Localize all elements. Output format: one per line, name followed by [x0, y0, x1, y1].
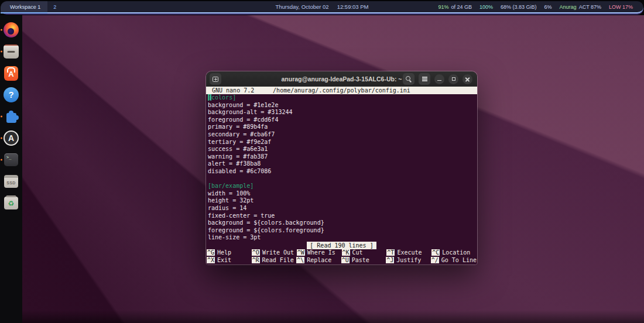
extensions-icon — [6, 113, 16, 123]
nano-shortcuts-row-2: ^XExit ^RRead File ^\Replace ^UPaste ^JJ… — [206, 257, 477, 264]
editor-line: width = 100% — [208, 190, 477, 198]
hamburger-menu-icon — [422, 78, 427, 80]
terminal-title: anurag@anurag-IdeaPad-3-15ALC6-Ub: ~ — [282, 75, 402, 83]
terminal-titlebar[interactable]: anurag@anurag-IdeaPad-3-15ALC6-Ub: ~ — [206, 71, 477, 87]
dock-item-firefox[interactable] — [0, 22, 22, 38]
circle-a-app-icon — [4, 130, 19, 146]
editor-line: warning = #fab387 — [208, 153, 477, 161]
nano-status-message: [ Read 190 lines ] — [307, 242, 376, 249]
editor-line: alert = #f38ba8 — [208, 160, 477, 168]
editor-line: secondary = #cba6f7 — [208, 131, 477, 139]
nano-shortcut: ^/Go To Line — [431, 257, 477, 264]
editor-line: tertiary = #f9e2af — [208, 139, 477, 146]
editor-line: foreground = #cdd6f4 — [208, 116, 477, 124]
workspace-1-label: Workspace 1 — [10, 4, 40, 10]
workspace-2-button[interactable]: 2 — [47, 4, 62, 10]
time-label: 12:59:03 PM — [337, 4, 369, 10]
editor-line: background = ${colors.background} — [208, 219, 477, 227]
search-icon — [406, 76, 410, 81]
editor-line: background-alt = #313244 — [208, 109, 477, 116]
app-center-icon — [4, 66, 18, 81]
editor-line: success = #a6e3a1 — [208, 146, 477, 153]
nano-status-row: [ Read 190 lines ] — [206, 242, 477, 249]
editor-line-section-bar-example: [bar/example] — [208, 183, 477, 190]
date-label: Thursday, October 02 — [275, 4, 328, 10]
dock-item-ssd-drive[interactable]: SSD — [0, 173, 22, 190]
nano-shortcuts-row-1: ^GHelp ^OWrite Out ^WWhere Is ^KCut ^TEx… — [206, 249, 477, 257]
running-indicator — [1, 51, 2, 53]
running-indicator — [1, 159, 2, 161]
nano-header: GNU nano 7.2 /home/anurag/.config/polyba… — [206, 87, 477, 94]
terminal-icon — [4, 153, 18, 166]
new-tab-icon — [213, 77, 218, 82]
nano-shortcut: ^GHelp — [207, 249, 252, 257]
dock-item-terminal[interactable] — [0, 152, 22, 168]
system-stats: 91% of 24 GB 100% 68% (3.83 GiB) 6% Anur… — [438, 4, 643, 10]
editor-line: disabled = #6c7086 — [208, 168, 477, 176]
editor-line: line-size = 3pt — [208, 234, 477, 242]
dock-item-circle-a-app[interactable] — [0, 130, 22, 146]
new-tab-button[interactable] — [210, 73, 221, 85]
nano-version: GNU nano 7.2 — [212, 87, 254, 94]
nano-shortcut: ^CLocation — [431, 249, 477, 257]
cpu-module: 100% — [479, 4, 493, 10]
editor-line: background = #1e1e2e — [208, 102, 477, 109]
nano-shortcut: ^WWhere Is — [297, 249, 342, 257]
editor-line-section-colors: [colors] — [208, 94, 477, 102]
editor-area[interactable]: [colors] background = #1e1e2e background… — [206, 94, 477, 242]
maximize-icon — [452, 77, 455, 81]
titlebar-controls — [403, 73, 472, 85]
dock-item-trash[interactable] — [0, 195, 22, 211]
nano-shortcut: ^TExecute — [386, 249, 431, 257]
nano-shortcut: ^OWrite Out — [252, 249, 297, 257]
running-indicator — [1, 138, 2, 139]
trash-icon — [4, 197, 18, 209]
terminal-window: anurag@anurag-IdeaPad-3-15ALC6-Ub: ~ — [206, 71, 477, 264]
close-icon — [465, 77, 470, 82]
minimize-button[interactable] — [434, 74, 444, 84]
dock-item-files[interactable] — [0, 43, 22, 60]
help-icon — [4, 87, 19, 102]
editor-line: foreground = ${colors.foreground} — [208, 227, 477, 235]
workspace-1-button[interactable]: Workspace 1 — [1, 1, 47, 13]
dock: SSD — [0, 15, 22, 323]
user-activity-module: Anurag ACT 87% — [560, 4, 601, 10]
status-bar: Workspace 1 2 Thursday, October 02 12:59… — [1, 1, 643, 13]
nano-shortcut: ^RRead File — [252, 257, 297, 264]
maximize-button[interactable] — [448, 74, 458, 84]
nano-file-path: /home/anurag/.config/polybar/config.ini — [273, 87, 410, 94]
close-button[interactable] — [463, 74, 472, 84]
editor-line: height = 32pt — [208, 197, 477, 205]
swap-module: 68% (3.83 GiB) — [501, 4, 537, 10]
running-indicator — [1, 29, 2, 31]
memory-module: 91% of 24 GB — [438, 4, 472, 10]
search-button[interactable] — [403, 73, 415, 85]
workspace-2-label: 2 — [53, 4, 56, 10]
clock: Thursday, October 02 12:59:03 PM — [275, 4, 368, 10]
firefox-icon — [4, 22, 19, 37]
running-indicator — [1, 116, 2, 118]
dock-item-app-center[interactable] — [0, 65, 22, 81]
dock-item-extensions[interactable] — [0, 108, 22, 125]
files-icon — [4, 44, 19, 59]
nano-shortcut: ^KCut — [342, 249, 387, 257]
minimize-icon — [437, 80, 441, 81]
gpu-module: 6% — [544, 4, 552, 10]
battery-module: LOW 17% — [609, 4, 633, 10]
nano-shortcut: ^\Replace — [296, 257, 341, 264]
ssd-drive-icon: SSD — [4, 175, 18, 188]
dock-item-help[interactable] — [0, 87, 22, 103]
nano-shortcut: ^UPaste — [341, 257, 386, 264]
nano-shortcut: ^XExit — [207, 257, 252, 264]
desktop: Workspace 1 2 Thursday, October 02 12:59… — [0, 0, 644, 323]
menu-button[interactable] — [419, 73, 430, 85]
editor-line-blank — [208, 176, 477, 183]
editor-line: radius = 14 — [208, 205, 477, 212]
editor-line: fixed-center = true — [208, 212, 477, 220]
editor-line: primary = #89b4fa — [208, 123, 477, 131]
nano-shortcut: ^JJustify — [386, 257, 431, 264]
